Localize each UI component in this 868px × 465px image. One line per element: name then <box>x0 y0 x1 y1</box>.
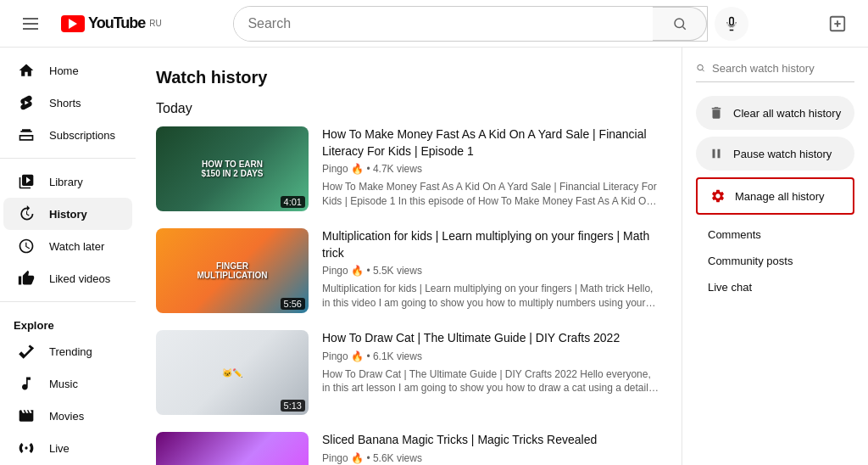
sidebar-item-trending-label: Trending <box>49 345 92 358</box>
logo-text: YouTube <box>88 14 145 32</box>
mic-button[interactable] <box>715 7 748 41</box>
video-title[interactable]: How To Make Money Fast As A Kid On A Yar… <box>322 126 661 160</box>
header: YouTubeRU <box>0 0 868 48</box>
live-icon <box>17 439 36 457</box>
add-video-button[interactable] <box>821 7 854 41</box>
livechat-label: Live chat <box>708 281 752 294</box>
liked-icon <box>17 269 36 288</box>
community-label: Community posts <box>708 255 793 267</box>
video-meta: Pingo 🔥 • 6.1K views <box>322 350 661 362</box>
subscriptions-icon <box>17 126 36 144</box>
page-title: Watch history <box>156 68 661 87</box>
shorts-icon <box>17 93 36 112</box>
comments-label: Comments <box>708 228 761 241</box>
sidebar-item-history-label: History <box>49 208 87 221</box>
sidebar-item-home-label: Home <box>49 64 79 77</box>
logo-country: RU <box>149 19 161 28</box>
duration-badge: 4:01 <box>281 196 305 208</box>
video-info: How To Draw Cat | The Ultimate Guide | D… <box>322 330 661 415</box>
video-info: Sliced Banana Magic Tricks | Magic Trick… <box>322 432 661 465</box>
manage-history-button[interactable]: Manage all history <box>696 177 854 215</box>
watch-later-icon <box>17 237 36 255</box>
fire-emoji: 🔥 • <box>351 163 373 175</box>
view-count: 6.1K views <box>373 350 422 362</box>
video-item: 🍌✨ 2:49 Sliced Banana Magic Tricks | Mag… <box>156 432 661 465</box>
main-content: Watch history Today HOW TO EARN $150 IN … <box>136 48 682 465</box>
fire-emoji: 🔥 • <box>351 265 373 277</box>
sidebar-item-live[interactable]: Live <box>3 432 132 464</box>
hamburger-menu[interactable] <box>14 7 47 41</box>
svg-line-8 <box>703 70 704 71</box>
search-history-icon <box>696 61 705 75</box>
home-icon <box>17 61 36 80</box>
logo[interactable]: YouTubeRU <box>61 14 162 32</box>
video-info: Multiplication for kids | Learn multiply… <box>322 228 661 313</box>
video-meta: Pingo 🔥 • 4.7K views <box>322 163 661 175</box>
sidebar-item-subscriptions-label: Subscriptions <box>49 129 115 142</box>
sidebar-item-library[interactable]: Library <box>3 165 132 198</box>
video-item: FINGER MULTIPLICATION 5:56 Multiplicatio… <box>156 228 661 313</box>
channel-name[interactable]: Pingo <box>322 350 348 362</box>
history-icon <box>17 204 36 223</box>
sidebar-item-liked-videos[interactable]: Liked videos <box>3 262 132 294</box>
svg-point-7 <box>698 64 703 70</box>
thumb-text: 🐱✏️ <box>215 361 249 384</box>
sidebar-item-subscriptions[interactable]: Subscriptions <box>3 119 132 151</box>
sidebar-item-shorts[interactable]: Shorts <box>3 87 132 119</box>
video-thumbnail[interactable]: 🐱✏️ 5:13 <box>156 330 309 415</box>
duration-badge: 5:56 <box>281 298 305 310</box>
channel-name[interactable]: Pingo <box>322 163 348 175</box>
sidebar-item-movies[interactable]: Movies <box>3 400 132 432</box>
thumb-text: FINGER MULTIPLICATION <box>191 255 275 287</box>
livechat-link[interactable]: Live chat <box>696 274 854 300</box>
sidebar-item-music[interactable]: Music <box>3 367 132 400</box>
video-item: HOW TO EARN $150 IN 2 DAYS 4:01 How To M… <box>156 126 661 211</box>
movies-icon <box>17 406 36 425</box>
manage-icon <box>709 188 726 204</box>
search-input[interactable] <box>234 7 653 41</box>
manage-history-label: Manage all history <box>735 190 825 203</box>
header-center <box>169 6 814 42</box>
comments-link[interactable]: Comments <box>696 221 854 248</box>
pause-icon <box>708 145 725 162</box>
search-button[interactable] <box>653 7 707 41</box>
search-bar <box>233 6 708 42</box>
sidebar-item-live-label: Live <box>49 442 70 455</box>
right-panel: Clear all watch history Pause watch hist… <box>682 48 868 465</box>
sidebar-item-watch-later[interactable]: Watch later <box>3 230 132 262</box>
video-thumbnail[interactable]: 🍌✨ 2:49 <box>156 432 309 465</box>
pause-history-button[interactable]: Pause watch history <box>696 137 854 171</box>
video-meta: Pingo 🔥 • 5.5K views <box>322 265 661 277</box>
view-count: 5.6K views <box>373 452 422 464</box>
sidebar: Home Shorts Subscriptions Library <box>0 48 136 465</box>
sidebar-item-liked-label: Liked videos <box>49 272 110 285</box>
video-thumbnail[interactable]: FINGER MULTIPLICATION 5:56 <box>156 228 309 313</box>
explore-section-title: Explore <box>0 309 136 335</box>
pause-history-label: Pause watch history <box>733 148 832 160</box>
video-description: Multiplication for kids | Learn multiply… <box>322 282 661 311</box>
sidebar-item-home[interactable]: Home <box>3 54 132 87</box>
clear-history-label: Clear all watch history <box>733 107 841 120</box>
video-title[interactable]: Multiplication for kids | Learn multiply… <box>322 228 661 261</box>
duration-badge: 5:13 <box>281 400 305 412</box>
video-thumbnail[interactable]: HOW TO EARN $150 IN 2 DAYS 4:01 <box>156 126 309 211</box>
community-link[interactable]: Community posts <box>696 248 854 274</box>
video-title[interactable]: Sliced Banana Magic Tricks | Magic Trick… <box>322 432 661 449</box>
fire-emoji: 🔥 • <box>351 350 373 362</box>
sidebar-item-history[interactable]: History <box>3 198 132 230</box>
music-icon <box>17 374 36 393</box>
channel-name[interactable]: Pingo <box>322 452 348 464</box>
header-right <box>821 7 854 41</box>
sidebar-item-trending[interactable]: Trending <box>3 335 132 367</box>
channel-name[interactable]: Pingo <box>322 265 348 277</box>
video-title[interactable]: How To Draw Cat | The Ultimate Guide | D… <box>322 330 661 347</box>
svg-point-0 <box>675 19 684 28</box>
clear-history-button[interactable]: Clear all watch history <box>696 96 854 130</box>
video-meta: Pingo 🔥 • 5.6K views <box>322 452 661 464</box>
view-count: 5.5K views <box>373 265 422 277</box>
header-left: YouTubeRU <box>14 7 162 41</box>
sidebar-divider-1 <box>0 158 136 159</box>
fire-emoji: 🔥 • <box>351 452 373 464</box>
trending-icon <box>17 342 36 361</box>
search-history-input[interactable] <box>712 62 854 75</box>
